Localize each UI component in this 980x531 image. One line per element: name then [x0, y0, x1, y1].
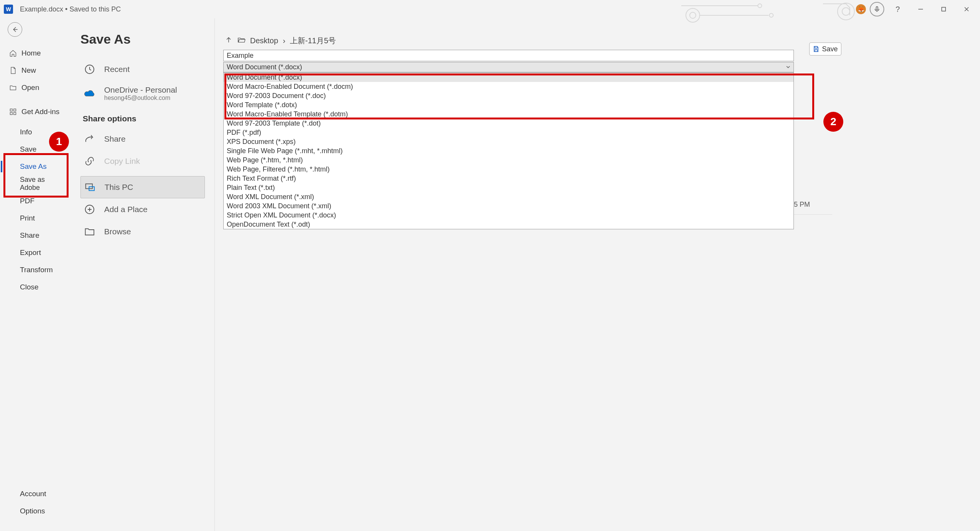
- format-option[interactable]: Word Macro-Enabled Template (*.dotm): [224, 109, 793, 119]
- location-onedrive[interactable]: OneDrive - Personal hesong45@outlook.com: [80, 80, 205, 106]
- format-option[interactable]: Single File Web Page (*.mht, *.mhtml): [224, 146, 793, 155]
- format-option[interactable]: Word Document (*.docx): [224, 73, 793, 82]
- add-place[interactable]: Add a Place: [80, 198, 205, 221]
- format-option[interactable]: Word 2003 XML Document (*.xml): [224, 201, 793, 211]
- svg-point-4: [842, 8, 850, 15]
- save-as-content: Desktop › 上新-11月5号 Example Word Document…: [214, 18, 980, 531]
- nav-transform[interactable]: Transform: [0, 261, 65, 278]
- breadcrumb-segment[interactable]: Desktop: [250, 36, 278, 45]
- svg-point-5: [758, 4, 762, 8]
- maximize-button[interactable]: [934, 2, 953, 17]
- format-option[interactable]: Web Page, Filtered (*.htm, *.html): [224, 165, 793, 174]
- nav-new[interactable]: New: [0, 62, 65, 79]
- svg-rect-14: [14, 112, 16, 114]
- breadcrumb-segment[interactable]: 上新-11月5号: [290, 36, 336, 46]
- nav-close[interactable]: Close: [0, 278, 65, 296]
- breadcrumb: Desktop › 上新-11月5号: [215, 36, 854, 46]
- svg-rect-13: [10, 112, 13, 114]
- word-app-icon: W: [4, 5, 13, 14]
- minimize-button[interactable]: [911, 2, 930, 17]
- nav-open[interactable]: Open: [0, 79, 65, 96]
- share-option[interactable]: Share: [80, 128, 205, 150]
- add-place-icon: [83, 203, 97, 216]
- link-icon: [83, 154, 97, 168]
- nav-open-label: Open: [21, 83, 39, 92]
- nav-addins[interactable]: Get Add-ins: [0, 103, 65, 120]
- nav-save-adobe[interactable]: Save as Adobe: [0, 175, 65, 192]
- svg-rect-11: [10, 109, 13, 111]
- format-option[interactable]: PDF (*.pdf): [224, 128, 793, 137]
- copy-link-option: Copy Link: [80, 150, 205, 172]
- back-button[interactable]: [8, 22, 22, 37]
- help-button[interactable]: ?: [888, 2, 907, 17]
- format-option[interactable]: Word XML Document (*.xml): [224, 192, 793, 201]
- close-button[interactable]: [957, 2, 976, 17]
- user-avatar[interactable]: 🦊: [856, 4, 866, 14]
- title-bar: W Example.docx • Saved to this PC 🦊 ?: [0, 0, 980, 18]
- this-pc-icon: [83, 180, 97, 194]
- share-options-heading: Share options: [83, 114, 205, 123]
- share-icon: [83, 132, 97, 146]
- folder-icon: [83, 225, 97, 239]
- file-format-dropdown: Word Document (*.docx)Word Macro-Enabled…: [223, 72, 794, 229]
- browse[interactable]: Browse: [80, 221, 205, 243]
- title-filename: Example.docx • Saved to this PC: [20, 5, 121, 13]
- svg-point-1: [690, 12, 696, 18]
- format-option[interactable]: Web Page (*.htm, *.html): [224, 155, 793, 165]
- svg-rect-12: [14, 109, 16, 111]
- nav-home[interactable]: Home: [0, 44, 65, 62]
- clock-icon: [83, 62, 97, 76]
- svg-point-2: [769, 13, 773, 17]
- cloud-icon: [83, 87, 97, 100]
- nav-print[interactable]: Print: [0, 209, 65, 227]
- format-option[interactable]: Rich Text Format (*.rtf): [224, 174, 793, 183]
- location-recent[interactable]: Recent: [80, 58, 205, 80]
- nav-account[interactable]: Account: [0, 485, 65, 502]
- chevron-down-icon: [786, 63, 790, 71]
- nav-new-label: New: [21, 66, 36, 75]
- format-option[interactable]: OpenDocument Text (*.odt): [224, 220, 793, 229]
- nav-addins-label: Get Add-ins: [21, 108, 59, 116]
- svg-point-3: [838, 3, 854, 20]
- format-option[interactable]: Word Template (*.dotx): [224, 100, 793, 109]
- svg-rect-6: [876, 7, 878, 10]
- format-option[interactable]: Strict Open XML Document (*.docx): [224, 211, 793, 220]
- format-option[interactable]: Word 97-2003 Template (*.dot): [224, 119, 793, 128]
- folder-open-icon: [237, 36, 245, 46]
- backstage-nav: Home New Open Get Add-ins Info Save Save…: [0, 18, 65, 531]
- format-option[interactable]: XPS Document (*.xps): [224, 137, 793, 146]
- nav-info[interactable]: Info: [0, 123, 65, 141]
- nav-export[interactable]: Export: [0, 244, 65, 261]
- nav-save-as[interactable]: Save As: [0, 158, 65, 175]
- nav-options[interactable]: Options: [0, 502, 65, 520]
- format-option[interactable]: Word Macro-Enabled Document (*.docm): [224, 82, 793, 91]
- format-option[interactable]: Plain Text (*.txt): [224, 183, 793, 192]
- up-folder-button[interactable]: [225, 36, 232, 46]
- svg-rect-8: [942, 7, 946, 11]
- file-format-select[interactable]: Word Document (*.docx): [223, 62, 794, 72]
- voice-search-button[interactable]: [870, 2, 884, 16]
- nav-pdf[interactable]: PDF: [0, 192, 65, 209]
- save-location-pane: Save As Recent OneDrive - Personal heson…: [65, 18, 214, 531]
- save-button[interactable]: Save: [809, 42, 841, 56]
- format-option[interactable]: Word 97-2003 Document (*.doc): [224, 91, 793, 100]
- nav-home-label: Home: [21, 49, 41, 57]
- filename-input[interactable]: Example: [223, 50, 794, 61]
- nav-share[interactable]: Share: [0, 227, 65, 244]
- page-title: Save As: [80, 32, 205, 47]
- nav-save[interactable]: Save: [0, 141, 65, 158]
- location-this-pc[interactable]: This PC: [80, 176, 205, 198]
